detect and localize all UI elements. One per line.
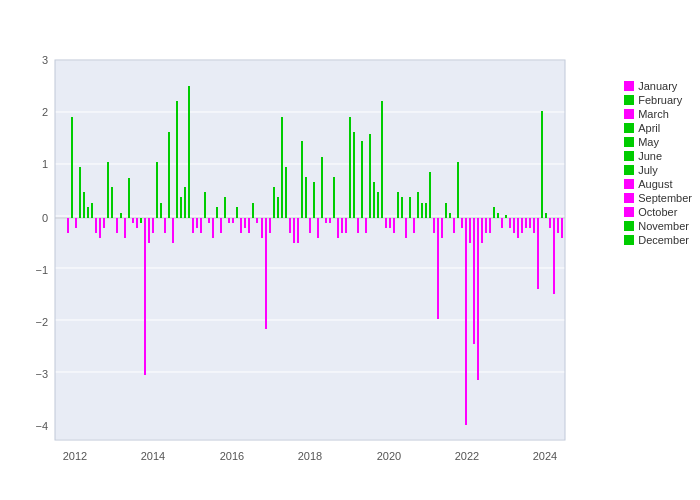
y-label: −3 <box>35 368 48 380</box>
legend-may: May <box>624 136 692 148</box>
bar <box>421 203 423 218</box>
y-label: 3 <box>42 54 48 66</box>
legend-label-july: July <box>638 164 658 176</box>
y-label: −2 <box>35 316 48 328</box>
bar <box>220 218 222 233</box>
legend-color-march <box>624 109 634 119</box>
bar <box>537 218 539 289</box>
bar <box>401 197 403 218</box>
legend-color-june <box>624 151 634 161</box>
legend-august: August <box>624 178 692 190</box>
bar <box>517 218 519 238</box>
legend-color-september <box>624 193 634 203</box>
bar <box>228 218 230 223</box>
legend-color-october <box>624 207 634 217</box>
bar <box>168 132 170 218</box>
bar <box>128 178 130 218</box>
y-label: 2 <box>42 106 48 118</box>
bar <box>240 218 242 233</box>
bar <box>293 218 295 243</box>
x-label: 2020 <box>377 450 401 462</box>
bar <box>397 192 399 218</box>
bar <box>513 218 515 233</box>
bar <box>172 218 174 243</box>
legend-label-march: March <box>638 108 669 120</box>
legend-december: December <box>624 234 692 246</box>
y-label: 1 <box>42 158 48 170</box>
bar <box>136 218 138 228</box>
legend: January February March April May June Ju… <box>624 80 692 246</box>
bar <box>309 218 311 233</box>
bar <box>557 218 559 233</box>
bar <box>465 218 467 425</box>
bar <box>103 218 105 228</box>
bar <box>140 218 142 223</box>
plot-area <box>55 60 565 440</box>
bar <box>156 162 158 218</box>
bar <box>248 218 250 233</box>
bar <box>281 117 283 218</box>
legend-label-august: August <box>638 178 672 190</box>
bar <box>509 218 511 228</box>
bar <box>449 213 451 218</box>
bar <box>87 207 89 218</box>
legend-november: November <box>624 220 692 232</box>
bar <box>501 218 503 228</box>
bar <box>329 218 331 223</box>
bar <box>345 218 347 233</box>
bar <box>216 207 218 218</box>
bar <box>353 132 355 218</box>
y-label: 0 <box>42 212 48 224</box>
bar <box>377 192 379 218</box>
bar <box>529 218 531 228</box>
bar <box>148 218 150 243</box>
bar <box>269 218 271 233</box>
bar <box>305 177 307 218</box>
x-label: 2018 <box>298 450 322 462</box>
bar <box>321 157 323 218</box>
bar <box>337 218 339 238</box>
bar <box>277 197 279 218</box>
bar <box>481 218 483 243</box>
bar <box>365 218 367 233</box>
bar <box>549 218 551 228</box>
bar <box>429 172 431 218</box>
bar <box>505 215 507 218</box>
bar <box>413 218 415 233</box>
bar <box>224 197 226 218</box>
bar <box>273 187 275 218</box>
bar <box>116 218 118 233</box>
bar <box>297 218 299 243</box>
bar <box>301 141 303 218</box>
bar <box>373 182 375 218</box>
chart-container: 3 2 1 0 −1 −2 −3 −4 2012 2014 2016 2018 … <box>0 0 700 500</box>
x-label: 2014 <box>141 450 165 462</box>
bar <box>67 218 69 233</box>
bar <box>385 218 387 228</box>
bar <box>437 218 439 319</box>
x-label: 2012 <box>63 450 87 462</box>
bar <box>244 218 246 228</box>
bar <box>71 117 73 218</box>
legend-july: July <box>624 164 692 176</box>
bar <box>433 218 435 233</box>
bar <box>417 192 419 218</box>
bar <box>252 203 254 218</box>
bar <box>192 218 194 233</box>
bar <box>83 192 85 218</box>
legend-label-february: February <box>638 94 682 106</box>
legend-label-april: April <box>638 122 660 134</box>
bar <box>91 203 93 218</box>
legend-label-january: January <box>638 80 677 92</box>
chart-svg: 3 2 1 0 −1 −2 −3 −4 2012 2014 2016 2018 … <box>0 0 700 500</box>
bar <box>357 218 359 233</box>
bar <box>285 167 287 218</box>
legend-april: April <box>624 122 692 134</box>
legend-color-february <box>624 95 634 105</box>
bar <box>184 187 186 218</box>
legend-january: January <box>624 80 692 92</box>
bar <box>369 134 371 218</box>
bar <box>200 218 202 233</box>
bar <box>457 162 459 218</box>
legend-color-may <box>624 137 634 147</box>
